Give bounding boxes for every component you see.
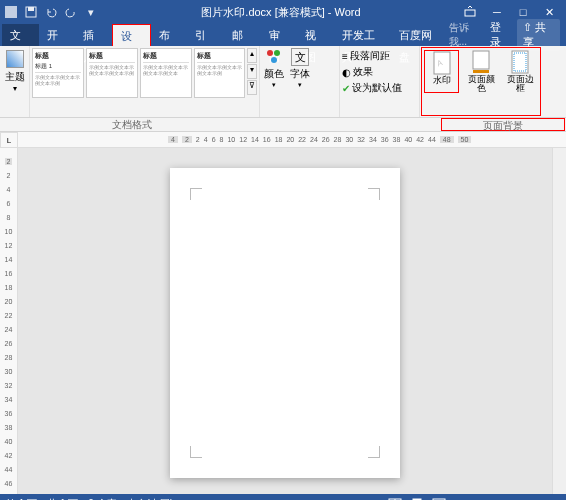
horizontal-ruler-row: L 42 24681012141618202224262830323436384… [0, 132, 566, 148]
themes-icon[interactable] [6, 50, 24, 68]
svg-point-7 [271, 57, 277, 63]
undo-icon[interactable] [44, 5, 58, 19]
close-icon[interactable]: ✕ [542, 6, 556, 19]
colors-icon [265, 48, 283, 66]
tab-review[interactable]: 审阅 [261, 24, 298, 46]
gallery-item[interactable]: 标题示例文本示例文本示例文本示例 [194, 48, 246, 98]
tab-design[interactable]: 设计 [112, 24, 151, 46]
crop-mark [368, 188, 380, 200]
paragraph-spacing-button[interactable]: ≡段落间距 [342, 48, 417, 64]
page-bg-label: 页面背景 [441, 118, 565, 131]
page[interactable] [170, 168, 400, 478]
formatting-group: 颜色▾ 文 字体▾ [260, 46, 340, 117]
ribbon-options-icon[interactable] [464, 6, 478, 19]
set-default-button[interactable]: ✔设为默认值 [342, 80, 417, 96]
qat-more-icon[interactable]: ▾ [84, 5, 98, 19]
gallery-item[interactable]: 标题示例文本示例文本示例文本示例文本 [140, 48, 192, 98]
gallery-down-icon[interactable]: ▾ [247, 64, 257, 79]
svg-point-5 [267, 50, 273, 56]
svg-rect-2 [28, 7, 34, 11]
window-title: 图片水印.docx [兼容模式] - Word [98, 5, 464, 20]
tab-insert[interactable]: 插入 [75, 24, 112, 46]
maximize-icon[interactable]: □ [516, 6, 530, 19]
svg-rect-11 [473, 70, 489, 73]
tab-file[interactable]: 文件 [2, 24, 39, 46]
page-border-button[interactable]: 页面边框 [503, 50, 538, 93]
vertical-ruler[interactable]: 2 24681012141618202224262830323436384042… [0, 148, 18, 494]
tab-layout[interactable]: 布局 [151, 24, 188, 46]
tab-view[interactable]: 视图 [297, 24, 334, 46]
check-icon: ✔ [342, 83, 350, 94]
ribbon-group-labels: 文档格式 页面背景 [0, 118, 566, 132]
tab-references[interactable]: 引用 [187, 24, 224, 46]
tab-home[interactable]: 开始 [39, 24, 76, 46]
options-group: ≡段落间距 ◐效果 ✔设为默认值 [340, 46, 420, 117]
horizontal-ruler[interactable]: 42 2468101214161820222426283032343638404… [18, 132, 566, 148]
gallery-more-icon[interactable]: ⊽ [247, 80, 257, 95]
page-background-group: A 水印 页面颜色 页面边框 [421, 47, 541, 116]
fonts-icon: 文 [291, 48, 309, 66]
document-area: 2 24681012141618202224262830323436384042… [0, 148, 566, 494]
gallery-item[interactable]: 标题示例文本示例文本示例文本示例文本示例 [86, 48, 138, 98]
status-bar: 第 1 页，共 1 页 0 个字 中文(中国) − + 42% [0, 494, 566, 500]
crop-mark [368, 446, 380, 458]
svg-point-6 [274, 50, 280, 56]
style-gallery[interactable]: 标题标题 1示例文本示例文本示例文本示例 标题示例文本示例文本示例文本示例文本示… [30, 46, 260, 117]
tab-mailings[interactable]: 邮件 [224, 24, 261, 46]
tab-baidu[interactable]: 百度网盘 [391, 24, 448, 46]
ruler-corner: L [0, 132, 18, 148]
redo-icon[interactable] [64, 5, 78, 19]
window-controls: ─ □ ✕ [464, 6, 562, 19]
svg-rect-0 [5, 6, 17, 18]
ribbon-tabs: 文件 开始 插入 设计 布局 引用 邮件 审阅 视图 开发工具 百度网盘 告诉我… [0, 24, 566, 46]
minimize-icon[interactable]: ─ [490, 6, 504, 19]
vertical-scrollbar[interactable] [552, 148, 566, 494]
save-icon[interactable] [24, 5, 38, 19]
themes-group: 主题 ▾ [0, 46, 30, 117]
para-spacing-icon: ≡ [342, 51, 348, 62]
tab-devtools[interactable]: 开发工具 [334, 24, 391, 46]
document-canvas[interactable] [18, 148, 552, 494]
page-color-button[interactable]: 页面颜色 [463, 50, 498, 93]
tell-me-input[interactable]: 告诉我... [449, 21, 484, 49]
crop-mark [190, 446, 202, 458]
quick-access-toolbar: ▾ [4, 5, 98, 19]
svg-rect-10 [473, 51, 489, 69]
ribbon: 主题 ▾ 标题标题 1示例文本示例文本示例文本示例 标题示例文本示例文本示例文本… [0, 46, 566, 118]
effects-icon: ◐ [342, 67, 351, 78]
watermark-button[interactable]: A 水印 [424, 50, 459, 93]
word-icon [4, 5, 18, 19]
effects-button[interactable]: ◐效果 [342, 64, 417, 80]
page-color-icon [471, 50, 491, 74]
themes-label[interactable]: 主题 [5, 70, 25, 84]
page-border-icon [510, 50, 530, 74]
login-link[interactable]: 登录 [490, 20, 510, 50]
watermark-icon: A [432, 51, 452, 75]
fonts-button[interactable]: 文 字体▾ [290, 48, 310, 89]
gallery-up-icon[interactable]: ▴ [247, 48, 257, 63]
gallery-item[interactable]: 标题标题 1示例文本示例文本示例文本示例 [32, 48, 84, 98]
svg-rect-3 [465, 10, 475, 16]
colors-button[interactable]: 颜色▾ [264, 48, 284, 89]
crop-mark [190, 188, 202, 200]
doc-format-label: 文档格式 [0, 118, 264, 131]
